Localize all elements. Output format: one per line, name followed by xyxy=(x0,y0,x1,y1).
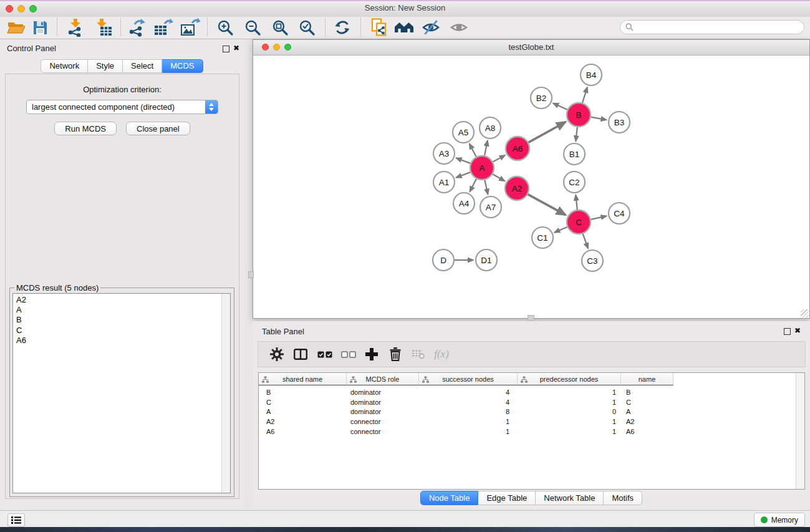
table-row[interactable]: A6connector11A6 xyxy=(259,427,796,437)
graph-edge-A-A1[interactable] xyxy=(456,172,470,178)
graph-node-A6[interactable]: A6 xyxy=(506,137,529,160)
zoom-selected-button[interactable] xyxy=(296,17,318,37)
hide-selected-button[interactable] xyxy=(420,17,442,37)
mcds-result-item[interactable]: A6 xyxy=(16,336,230,346)
float-panel-icon[interactable] xyxy=(223,46,229,52)
horizontal-splitter-handle[interactable] xyxy=(248,271,254,278)
graph-node-A4[interactable]: A4 xyxy=(453,193,475,214)
zoom-in-button[interactable] xyxy=(214,17,236,37)
zoom-out-button[interactable] xyxy=(241,17,264,37)
graph-edge-A-A8[interactable] xyxy=(485,140,488,155)
graph-edge-C-C4[interactable] xyxy=(591,216,607,219)
graph-node-C1[interactable]: C1 xyxy=(532,227,553,248)
graph-edge-A-A2[interactable] xyxy=(493,174,504,181)
float-table-panel-icon[interactable] xyxy=(784,328,791,335)
export-image-button[interactable] xyxy=(179,17,201,37)
network-graph[interactable]: B4B2BB3A8A5A6A3B1AA1C2A2A4A7C4CC1C3DD1 xyxy=(253,55,809,317)
column-header-mcds-role[interactable]: MCDS role xyxy=(347,373,419,385)
graph-node-A2[interactable]: A2 xyxy=(505,177,529,200)
graph-node-A5[interactable]: A5 xyxy=(453,122,474,143)
column-header-successor-nodes[interactable]: successor nodes xyxy=(419,373,518,385)
tab-edge-table[interactable]: Edge Table xyxy=(478,491,536,505)
graph-node-A7[interactable]: A7 xyxy=(480,196,501,218)
mcds-result-item[interactable]: A xyxy=(16,305,230,315)
save-session-button[interactable] xyxy=(29,17,51,37)
column-header-name[interactable]: name xyxy=(621,373,673,385)
task-history-button[interactable] xyxy=(7,513,25,527)
split-columns-button[interactable] xyxy=(289,342,312,367)
graph-node-C2[interactable]: C2 xyxy=(564,172,585,193)
mcds-result-item[interactable]: C xyxy=(16,326,230,336)
tab-style[interactable]: Style xyxy=(88,59,123,73)
graph-node-B[interactable]: B xyxy=(567,103,591,127)
graph-edge-B-B4[interactable] xyxy=(582,87,587,103)
tab-network[interactable]: Network xyxy=(41,59,88,73)
network-canvas[interactable]: B4B2BB3A8A5A6A3B1AA1C2A2A4A7C4CC1C3DD1 xyxy=(253,55,809,318)
table-row[interactable]: A2connector11A2 xyxy=(259,417,796,427)
mcds-result-item[interactable]: A2 xyxy=(16,295,230,305)
table-scrollbar[interactable] xyxy=(796,373,804,489)
zoom-fit-button[interactable] xyxy=(269,17,291,37)
network-zoom-icon[interactable] xyxy=(284,44,291,51)
network-close-icon[interactable] xyxy=(262,44,269,51)
graph-edge-A6-B[interactable] xyxy=(529,122,566,143)
export-table-button[interactable] xyxy=(152,17,175,37)
graph-node-A[interactable]: A xyxy=(470,156,494,180)
graph-node-D1[interactable]: D1 xyxy=(476,249,497,271)
import-table-button[interactable] xyxy=(92,17,115,37)
graph-edge-B-B3[interactable] xyxy=(591,117,607,120)
graph-edge-B-B1[interactable] xyxy=(576,127,577,142)
graph-edge-A-A3[interactable] xyxy=(456,158,470,163)
zoom-window-icon[interactable] xyxy=(29,5,37,12)
graph-node-C[interactable]: C xyxy=(567,210,591,234)
table-row[interactable]: Adominator80A xyxy=(259,407,796,417)
mcds-result-item[interactable]: B xyxy=(16,315,230,325)
vertical-splitter-handle[interactable] xyxy=(528,315,534,321)
graph-edge-A-A7[interactable] xyxy=(485,180,488,195)
graph-edge-A-A6[interactable] xyxy=(493,155,505,162)
tab-mcds[interactable]: MCDS xyxy=(162,59,203,73)
column-header-predecessor-nodes[interactable]: predecessor nodes xyxy=(518,373,621,385)
run-mcds-button[interactable]: Run MCDS xyxy=(54,122,117,135)
graph-node-B1[interactable]: B1 xyxy=(564,143,585,165)
graph-node-A3[interactable]: A3 xyxy=(433,143,455,164)
graph-node-C4[interactable]: C4 xyxy=(609,203,630,224)
graph-edge-B-B2[interactable] xyxy=(553,104,567,110)
graph-edge-C-C2[interactable] xyxy=(576,195,577,210)
refresh-button[interactable] xyxy=(331,17,354,37)
first-neighbors-button[interactable] xyxy=(393,17,415,37)
network-minimize-icon[interactable] xyxy=(273,44,280,51)
mcds-result-list[interactable]: A2ABCA6 xyxy=(12,293,231,493)
close-window-icon[interactable] xyxy=(6,5,13,12)
table-row[interactable]: Cdominator41C xyxy=(259,397,796,407)
tab-network-table[interactable]: Network Table xyxy=(536,491,604,505)
delete-column-button[interactable] xyxy=(384,342,407,367)
graph-edge-C-C3[interactable] xyxy=(583,234,588,249)
table-settings-button[interactable] xyxy=(266,342,288,367)
import-network-button[interactable] xyxy=(64,17,87,37)
window-resize-grip[interactable] xyxy=(801,309,809,317)
show-all-button[interactable] xyxy=(448,17,470,37)
open-session-button[interactable] xyxy=(5,17,27,37)
new-network-from-selection-button[interactable] xyxy=(368,17,390,37)
deselect-all-columns-button[interactable] xyxy=(337,342,360,367)
graph-node-A8[interactable]: A8 xyxy=(480,117,501,138)
graph-node-C3[interactable]: C3 xyxy=(582,250,603,271)
graph-edge-C-C1[interactable] xyxy=(554,227,567,233)
graph-node-B3[interactable]: B3 xyxy=(609,112,630,133)
export-network-button[interactable] xyxy=(125,17,148,37)
tab-node-table[interactable]: Node Table xyxy=(420,491,479,505)
add-column-button[interactable] xyxy=(360,342,383,367)
function-builder-button[interactable]: f(x) xyxy=(430,342,453,367)
delete-table-button[interactable] xyxy=(407,342,430,367)
graph-node-B2[interactable]: B2 xyxy=(531,87,552,109)
tab-select[interactable]: Select xyxy=(123,59,162,73)
search-field[interactable] xyxy=(620,20,804,34)
result-scrollbar[interactable] xyxy=(221,294,230,493)
graph-node-A1[interactable]: A1 xyxy=(433,172,455,193)
close-panel-button[interactable]: Close panel xyxy=(126,122,190,135)
graph-node-B4[interactable]: B4 xyxy=(581,64,602,85)
graph-edge-A-A5[interactable] xyxy=(470,143,476,157)
graph-node-D[interactable]: D xyxy=(433,249,454,271)
criterion-dropdown[interactable]: largest connected component (directed) xyxy=(26,100,218,114)
